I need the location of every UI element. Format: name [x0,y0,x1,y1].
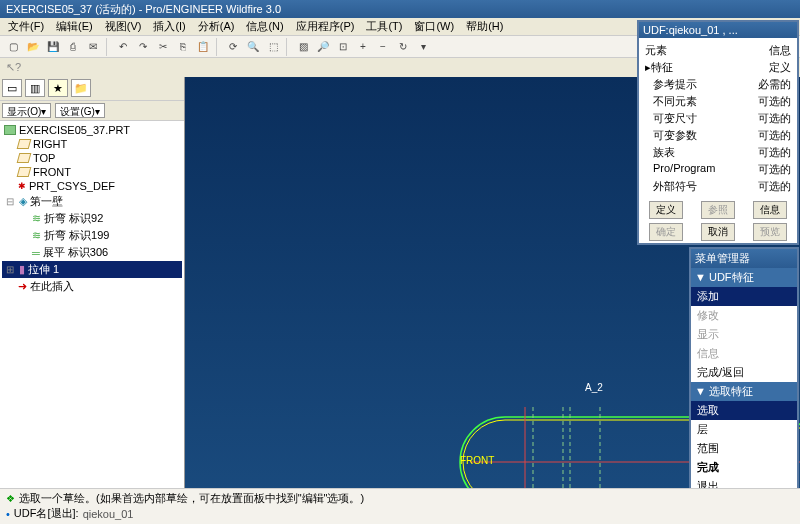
cut-icon[interactable]: ✂ [154,38,172,56]
select-icon[interactable]: ⬚ [264,38,282,56]
unbend-icon: ═ [32,247,40,259]
section-label: UDF特征 [709,271,754,283]
collapse-icon[interactable]: ⊟ [4,196,16,207]
regen-icon[interactable]: ⟳ [224,38,242,56]
tree-group[interactable]: ⊟◈第一壁 [2,193,182,210]
view-zoom-icon[interactable]: 🔎 [314,38,332,56]
tree-tab-2[interactable]: ▥ [25,79,45,97]
tree-tabs: ▭ ▥ ★ 📁 [0,77,184,101]
cancel-button[interactable]: 取消 [701,223,735,241]
copy-icon[interactable]: ⎘ [174,38,192,56]
cell: 特征 [651,61,673,73]
bullet-icon: • [6,508,10,520]
tree-plane-top[interactable]: TOP [16,151,182,165]
menu-select[interactable]: 选取 [691,401,797,420]
settings-dropdown[interactable]: 设置(G)▾ [55,103,104,118]
status-text: 选取一个草绘。(如果首选内部草绘，可在放置面板中找到"编辑"选项。) [19,491,364,506]
menu-app[interactable]: 应用程序(P) [290,17,361,36]
tree-tab-1[interactable]: ▭ [2,79,22,97]
undo-icon[interactable]: ↶ [114,38,132,56]
group-icon: ◈ [19,195,27,208]
menu-view[interactable]: 视图(V) [99,17,148,36]
menu-info[interactable]: 信息(N) [240,17,289,36]
tree-tab-3[interactable]: ★ [48,79,68,97]
mail-icon[interactable]: ✉ [84,38,102,56]
save-icon[interactable]: 💾 [44,38,62,56]
udf-row[interactable]: ▸特征定义 [643,59,793,76]
cell: 可选的 [758,162,791,177]
tree-plane-front[interactable]: FRONT [16,165,182,179]
cell: 必需的 [758,77,791,92]
preview-button: 预览 [753,223,787,241]
open-icon[interactable]: 📂 [24,38,42,56]
udf-row[interactable]: Pro/Program可选的 [643,161,793,178]
orient-icon[interactable]: ↻ [394,38,412,56]
menu-analyze[interactable]: 分析(A) [192,17,241,36]
menumgr-title-text: 菜单管理器 [695,251,750,266]
label-front: FRONT [460,455,494,466]
tree-tab-4[interactable]: 📁 [71,79,91,97]
info-button[interactable]: 信息 [753,201,787,219]
select-feature-list: 选取 层 范围 完成 退出 [691,401,797,496]
print-icon[interactable]: ⎙ [64,38,82,56]
show-dropdown[interactable]: 显示(O)▾ [2,103,51,118]
menu-done[interactable]: 完成 [691,458,797,477]
tree-bend1[interactable]: ≋折弯 标识92 [30,210,182,227]
expand-icon[interactable]: ⊞ [4,264,16,275]
tree-root[interactable]: EXERCISE05_37.PRT [2,123,182,137]
zoom-in-icon[interactable]: + [354,38,372,56]
menu-add[interactable]: 添加 [691,287,797,306]
tree-bend2[interactable]: ≋折弯 标识199 [30,227,182,244]
udf-row[interactable]: 可变参数可选的 [643,127,793,144]
view-fit-icon[interactable]: ⊡ [334,38,352,56]
insert-icon: ➜ [18,280,27,293]
saved-view-icon[interactable]: ▾ [414,38,432,56]
search-icon[interactable]: 🔍 [244,38,262,56]
tree-label: 折弯 标识199 [44,228,109,243]
menu-range[interactable]: 范围 [691,439,797,458]
udf-panel: UDF:qiekou_01 , ... 元素信息 ▸特征定义 参考提示必需的 不… [637,20,799,245]
udf-row[interactable]: 外部符号可选的 [643,178,793,195]
tree-csys[interactable]: ✱PRT_CSYS_DEF [16,179,182,193]
menumgr-title[interactable]: 菜单管理器 [691,249,797,268]
tree-insert-here[interactable]: ➜在此插入 [16,278,182,295]
menu-tools[interactable]: 工具(T) [360,17,408,36]
udf-title[interactable]: UDF:qiekou_01 , ... [639,22,797,38]
menu-manager-panel: 菜单管理器 ▼ UDF特征 添加 修改 显示 信息 完成/返回 ▼ 选取特征 选… [689,247,799,498]
cell: 族表 [645,145,675,160]
bullet-icon: ❖ [6,493,15,504]
menu-help[interactable]: 帮助(H) [460,17,509,36]
status-bar: ❖选取一个草绘。(如果首选内部草绘，可在放置面板中找到"编辑"选项。) •UDF… [0,488,800,524]
tree-label: 展平 标识306 [43,245,108,260]
udf-row[interactable]: 参考提示必需的 [643,76,793,93]
zoom-out-icon[interactable]: − [374,38,392,56]
udf-row[interactable]: 族表可选的 [643,144,793,161]
udf-row[interactable]: 可变尺寸可选的 [643,110,793,127]
window-titlebar: EXERCISE05_37 (活动的) - Pro/ENGINEER Wildf… [0,0,800,18]
define-button[interactable]: 定义 [649,201,683,219]
paste-icon[interactable]: 📋 [194,38,212,56]
plane-icon [17,167,32,177]
bend-icon: ≋ [32,229,41,242]
udf-title-text: UDF:qiekou_01 , ... [643,24,738,36]
menu-window[interactable]: 窗口(W) [408,17,460,36]
redo-icon[interactable]: ↷ [134,38,152,56]
udf-row[interactable]: 不同元素可选的 [643,93,793,110]
label-a2: A_2 [585,382,603,393]
new-icon[interactable]: ▢ [4,38,22,56]
menu-file[interactable]: 文件(F) [2,17,50,36]
menu-layer[interactable]: 层 [691,420,797,439]
tree-plane-right[interactable]: RIGHT [16,137,182,151]
udf-header: 元素信息 [643,42,793,59]
menu-done-return[interactable]: 完成/返回 [691,363,797,382]
status-line-1: ❖选取一个草绘。(如果首选内部草绘，可在放置面板中找到"编辑"选项。) [6,491,794,506]
menu-insert[interactable]: 插入(I) [147,17,191,36]
model-tree[interactable]: EXERCISE05_37.PRT RIGHT TOP FRONT ✱PRT_C… [0,121,184,507]
tree-flat[interactable]: ═展平 标识306 [30,244,182,261]
menu-edit[interactable]: 编辑(E) [50,17,99,36]
redraw-icon[interactable]: ▨ [294,38,312,56]
cell: 可选的 [758,179,791,194]
tree-extrude[interactable]: ⊞▮拉伸 1 [2,261,182,278]
help-cursor-icon[interactable]: ↖? [6,61,21,73]
menu-modify: 修改 [691,306,797,325]
